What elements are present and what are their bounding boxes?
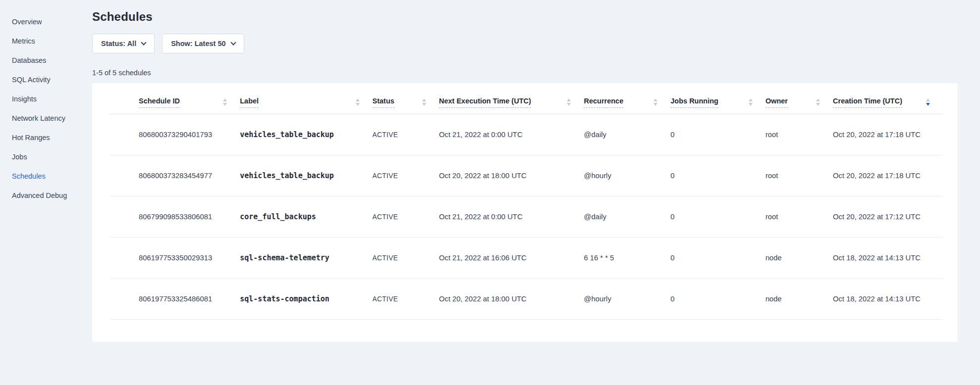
cell-status: ACTIVE (373, 155, 439, 196)
table-row[interactable]: 806800373283454977vehicles_table_backupA… (110, 155, 943, 196)
cell-jobs-running: 0 (670, 279, 765, 320)
column-label: Label (240, 97, 259, 108)
sidebar-item-schedules[interactable]: Schedules (0, 167, 92, 186)
cell-owner: root (765, 196, 833, 238)
table-row[interactable]: 806800373290401793vehicles_table_backupA… (110, 114, 943, 155)
chevron-down-icon (230, 40, 236, 45)
cell-jobs-running: 0 (670, 238, 765, 279)
sort-icon[interactable] (653, 98, 657, 106)
sidebar-item-metrics[interactable]: Metrics (0, 32, 92, 51)
column-label: Status (373, 97, 394, 108)
cell-label: core_full_backups (240, 196, 372, 238)
cell-creation-time: Oct 20, 2022 at 17:12 UTC (833, 196, 943, 238)
column-header-label[interactable]: Label (240, 85, 372, 114)
sidebar-item-insights[interactable]: Insights (0, 90, 92, 109)
column-label: Next Execution Time (UTC) (439, 97, 531, 108)
cell-label: sql-stats-compaction (240, 279, 372, 320)
sidebar-item-sql-activity[interactable]: SQL Activity (0, 70, 92, 90)
sidebar-item-overview[interactable]: Overview (0, 12, 92, 32)
cell-status: ACTIVE (373, 196, 439, 238)
sort-icon[interactable] (926, 98, 930, 106)
column-label: Owner (765, 97, 788, 108)
cell-status: ACTIVE (373, 279, 439, 320)
sidebar-item-hot-ranges[interactable]: Hot Ranges (0, 128, 92, 147)
cell-jobs-running: 0 (670, 196, 765, 238)
table-header-row: Schedule IDLabelStatusNext Execution Tim… (110, 85, 943, 114)
column-label: Jobs Running (670, 97, 718, 108)
main-content: Schedules Status: All Show: Latest 50 1-… (92, 0, 980, 385)
cell-next-execution: Oct 20, 2022 at 18:00 UTC (439, 279, 584, 320)
column-header-schedule-id[interactable]: Schedule ID (110, 85, 240, 114)
cell-recurrence: @hourly (584, 155, 670, 196)
cell-schedule-id: 806197753325486081 (110, 279, 240, 320)
cell-creation-time: Oct 18, 2022 at 14:13 UTC (833, 279, 943, 320)
column-label: Schedule ID (139, 97, 180, 108)
column-label: Creation Time (UTC) (833, 97, 902, 108)
cell-owner: node (765, 279, 833, 320)
table-row[interactable]: 806799098533806081core_full_backupsACTIV… (110, 196, 943, 238)
cell-next-execution: Oct 21, 2022 at 0:00 UTC (439, 196, 584, 238)
cell-owner: root (765, 114, 833, 155)
cell-creation-time: Oct 20, 2022 at 17:18 UTC (833, 114, 943, 155)
sidebar-item-databases[interactable]: Databases (0, 51, 92, 70)
column-header-next-execution-time-utc[interactable]: Next Execution Time (UTC) (439, 85, 584, 114)
sidebar-item-network-latency[interactable]: Network Latency (0, 109, 92, 128)
sort-icon[interactable] (422, 98, 426, 106)
sidebar: OverviewMetricsDatabasesSQL ActivityInsi… (0, 0, 92, 385)
status-filter-label: Status: All (101, 40, 136, 48)
status-filter-dropdown[interactable]: Status: All (92, 34, 155, 53)
cell-owner: node (765, 238, 833, 279)
cell-creation-time: Oct 18, 2022 at 14:13 UTC (833, 238, 943, 279)
cell-next-execution: Oct 20, 2022 at 18:00 UTC (439, 155, 584, 196)
results-count: 1-5 of 5 schedules (92, 69, 958, 77)
show-filter-dropdown[interactable]: Show: Latest 50 (162, 34, 244, 53)
cell-label: sql-schema-telemetry (240, 238, 372, 279)
table-row[interactable]: 806197753350029313sql-schema-telemetryAC… (110, 238, 943, 279)
cell-owner: root (765, 155, 833, 196)
table-row[interactable]: 806197753325486081sql-stats-compactionAC… (110, 279, 943, 320)
show-filter-label: Show: Latest 50 (171, 40, 225, 48)
cell-label: vehicles_table_backup (240, 114, 372, 155)
column-header-jobs-running[interactable]: Jobs Running (670, 85, 765, 114)
filters-bar: Status: All Show: Latest 50 (92, 34, 958, 53)
cell-recurrence: @daily (584, 114, 670, 155)
sort-icon[interactable] (567, 98, 571, 106)
column-header-status[interactable]: Status (373, 85, 439, 114)
page-title: Schedules (92, 10, 958, 24)
cell-status: ACTIVE (373, 114, 439, 155)
cell-schedule-id: 806799098533806081 (110, 196, 240, 238)
cell-label: vehicles_table_backup (240, 155, 372, 196)
table-body: 806800373290401793vehicles_table_backupA… (110, 114, 943, 320)
sidebar-item-jobs[interactable]: Jobs (0, 147, 92, 167)
sort-icon[interactable] (356, 98, 360, 106)
column-label: Recurrence (584, 97, 623, 108)
chevron-down-icon (141, 40, 147, 45)
sort-icon[interactable] (223, 98, 227, 106)
column-header-creation-time-utc[interactable]: Creation Time (UTC) (833, 85, 943, 114)
cell-jobs-running: 0 (670, 114, 765, 155)
sort-icon[interactable] (816, 98, 820, 106)
cell-schedule-id: 806800373290401793 (110, 114, 240, 155)
column-header-owner[interactable]: Owner (765, 85, 833, 114)
cell-schedule-id: 806800373283454977 (110, 155, 240, 196)
app-window: OverviewMetricsDatabasesSQL ActivityInsi… (0, 0, 980, 385)
column-header-recurrence[interactable]: Recurrence (584, 85, 670, 114)
sort-icon[interactable] (749, 98, 753, 106)
cell-status: ACTIVE (373, 238, 439, 279)
schedules-table: Schedule IDLabelStatusNext Execution Tim… (110, 85, 943, 320)
cell-jobs-running: 0 (670, 155, 765, 196)
cell-recurrence: @daily (584, 196, 670, 238)
cell-schedule-id: 806197753350029313 (110, 238, 240, 279)
cell-next-execution: Oct 21, 2022 at 16:06 UTC (439, 238, 584, 279)
cell-next-execution: Oct 21, 2022 at 0:00 UTC (439, 114, 584, 155)
sidebar-item-advanced-debug[interactable]: Advanced Debug (0, 186, 92, 205)
cell-creation-time: Oct 20, 2022 at 17:18 UTC (833, 155, 943, 196)
schedules-table-card: Schedule IDLabelStatusNext Execution Tim… (92, 83, 958, 342)
cell-recurrence: @hourly (584, 279, 670, 320)
cell-recurrence: 6 16 * * 5 (584, 238, 670, 279)
